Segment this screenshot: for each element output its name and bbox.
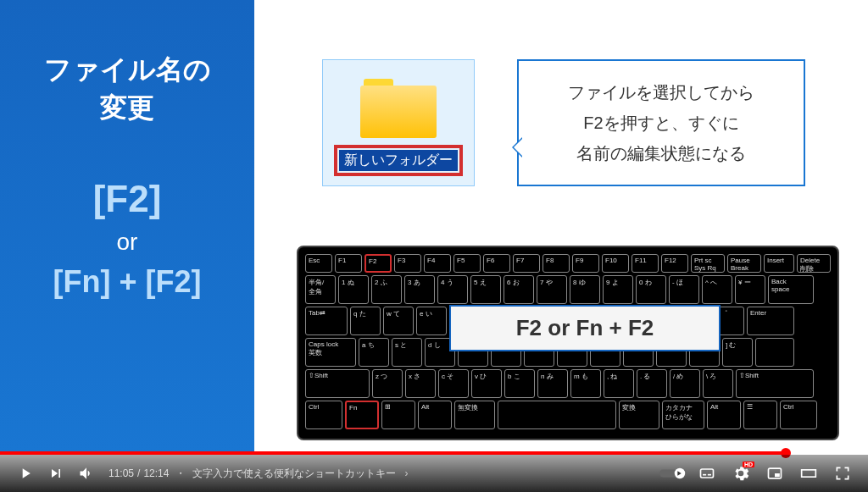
time-display: 11:05 / 12:14 ・ 文字入力で使える便利なショートカットキー ›	[108, 467, 408, 481]
slide-content: ファイル名の変更 [F2] or [Fn] + [F2] 新しいフォルダー	[0, 0, 868, 453]
keyboard-overlay-label: F2 or Fn + F2	[449, 305, 721, 351]
theater-mode-button[interactable]	[793, 458, 824, 489]
shortcut-key-1: [F2]	[93, 178, 162, 220]
folder-name-editing: 新しいフォルダー	[339, 150, 458, 171]
duration: 12:14	[143, 467, 169, 479]
next-button[interactable]	[41, 458, 71, 489]
keyboard-key: F3	[394, 254, 421, 273]
keyboard-key: 7 や	[537, 275, 567, 304]
keyboard-key: F5	[453, 254, 481, 273]
right-controls: HD	[658, 458, 858, 489]
keyboard-key: F4	[424, 254, 451, 273]
keyboard-key: b こ	[504, 369, 535, 398]
keyboard-key: Prt scSys Rq	[691, 254, 725, 273]
keyboard-row-6: CtrlFn⊞Alt無変換変換カタカナひらがなAlt☰Ctrl	[305, 401, 831, 429]
keyboard-key: ¥ ー	[735, 275, 765, 304]
keyboard-key: w て	[383, 307, 414, 335]
bubble-text: ファイルを選択してからF2を押すと、すぐに名前の編集状態になる	[568, 77, 754, 169]
keyboard-key: Fn	[345, 401, 379, 429]
keyboard-key: a ち	[359, 338, 389, 367]
shortcut-key-2: [Fn] + [F2]	[53, 264, 202, 300]
keyboard-key: F2	[364, 254, 392, 273]
keyboard-key: 5 え	[470, 275, 501, 304]
or-text: or	[117, 229, 138, 256]
keyboard-key: / め	[670, 369, 700, 398]
speech-bubble: ファイルを選択してからF2を押すと、すぐに名前の編集状態になる	[517, 59, 805, 186]
folder-icon	[360, 79, 437, 138]
settings-button[interactable]: HD	[726, 458, 756, 489]
right-panel: 新しいフォルダー ファイルを選択してからF2を押すと、すぐに名前の編集状態になる…	[254, 0, 868, 453]
keyboard-key: Insert	[764, 254, 794, 273]
keyboard-key: q た	[350, 307, 381, 335]
keyboard-key: 4 う	[437, 275, 468, 304]
keyboard-key	[498, 401, 616, 429]
keyboard-key: Ctrl	[780, 401, 817, 429]
keyboard-key: Esc	[305, 254, 332, 273]
keyboard-key: 2 ふ	[371, 275, 402, 304]
keyboard-key: F6	[483, 254, 510, 273]
keyboard-key: z つ	[372, 369, 403, 398]
keyboard-key: F9	[572, 254, 599, 273]
fullscreen-button[interactable]	[827, 458, 858, 489]
keyboard-key: 8 ゆ	[570, 275, 600, 304]
svg-rect-2	[701, 469, 714, 478]
keyboard-key: m も	[570, 369, 601, 398]
keyboard-key: Alt	[707, 401, 741, 429]
folder-example: 新しいフォルダー	[322, 59, 475, 186]
keyboard-key: , ね	[604, 369, 634, 398]
chapter-title[interactable]: 文字入力で使える便利なショートカットキー	[192, 467, 396, 481]
keyboard-key: s と	[392, 338, 422, 367]
keyboard-key: 0 わ	[636, 275, 666, 304]
keyboard-key: Caps lock英数	[305, 338, 356, 367]
svg-rect-4	[708, 474, 711, 476]
video-player: ファイル名の変更 [F2] or [Fn] + [F2] 新しいフォルダー	[0, 0, 868, 492]
player-controls: 11:05 / 12:14 ・ 文字入力で使える便利なショートカットキー › H…	[0, 455, 868, 492]
folder-rename-highlight: 新しいフォルダー	[334, 145, 463, 176]
keyboard-key: n み	[537, 369, 568, 398]
keyboard-key: v ひ	[471, 369, 502, 398]
keyboard-key: 変換	[619, 401, 659, 429]
keyboard-key: x さ	[405, 369, 436, 398]
svg-rect-6	[775, 473, 780, 477]
keyboard-key	[755, 338, 794, 367]
svg-rect-3	[703, 474, 706, 476]
current-time: 11:05	[108, 467, 134, 479]
keyboard-key: 無変換	[454, 401, 495, 429]
keyboard-key: PauseBreak	[727, 254, 761, 273]
keyboard-key: 9 よ	[603, 275, 633, 304]
keyboard-key: ^ へ	[702, 275, 732, 304]
folder-selected: 新しいフォルダー	[322, 59, 475, 186]
keyboard-key: Enter	[747, 307, 794, 335]
keyboard-key: \ ろ	[703, 369, 733, 398]
subtitles-button[interactable]	[692, 458, 722, 489]
keyboard-key: F7	[513, 254, 540, 273]
autoplay-toggle[interactable]	[658, 458, 688, 489]
play-button[interactable]	[10, 458, 41, 489]
keyboard-key: Backspace	[768, 275, 814, 304]
keyboard-key: F10	[602, 254, 629, 273]
keyboard-key: F8	[542, 254, 570, 273]
keyboard-row-2: 半角/全角1 ぬ2 ふ3 あ4 う5 え6 お7 や8 ゆ9 よ0 わ- ほ^ …	[305, 275, 831, 304]
keyboard-key: Ctrl	[305, 401, 342, 429]
keyboard-key: ⇧Shift	[305, 369, 370, 398]
keyboard-key: 半角/全角	[305, 275, 336, 304]
keyboard-key: ] む	[722, 338, 753, 367]
keyboard-key: 3 あ	[404, 275, 435, 304]
chevron-right-icon[interactable]: ›	[404, 467, 408, 479]
keyboard-key: e い	[416, 307, 447, 335]
keyboard-key: F1	[335, 254, 362, 273]
chapter-separator: ・	[175, 467, 186, 481]
keyboard-key: カタカナひらがな	[662, 401, 704, 429]
keyboard-key: Delete削除	[797, 254, 831, 273]
keyboard-key: ⊞	[381, 401, 415, 429]
keyboard-key: ⇧Shift	[736, 369, 814, 398]
keyboard-key: ☰	[743, 401, 777, 429]
keyboard-row-5: ⇧Shiftz つx さc そv ひb こn みm も, ね. る/ め\ ろ⇧…	[305, 369, 831, 398]
keyboard-key: F11	[632, 254, 659, 273]
slide-title: ファイル名の変更	[44, 51, 211, 127]
miniplayer-button[interactable]	[760, 458, 790, 489]
volume-button[interactable]	[71, 458, 102, 489]
left-panel: ファイル名の変更 [F2] or [Fn] + [F2]	[0, 0, 254, 453]
keyboard-key: Alt	[418, 401, 452, 429]
keyboard-key: - ほ	[669, 275, 699, 304]
